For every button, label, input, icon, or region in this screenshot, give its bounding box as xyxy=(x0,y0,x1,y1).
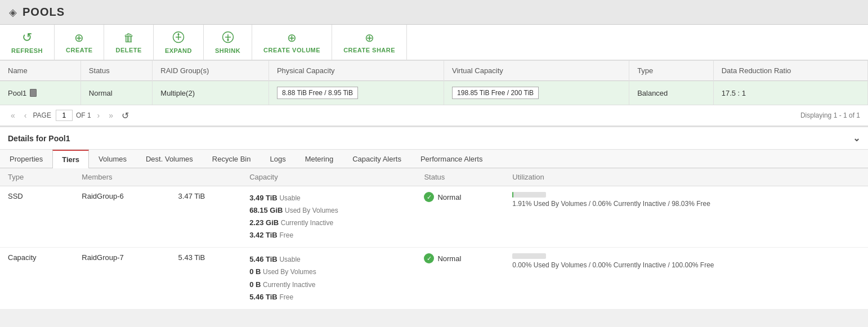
expand-label: EXPAND xyxy=(165,47,192,54)
toolbar: ↺ REFRESH ⊕ CREATE 🗑 DELETE EXPAND xyxy=(0,25,868,61)
tab-metering[interactable]: Metering xyxy=(296,150,343,168)
tab-properties[interactable]: Properties xyxy=(0,150,52,168)
details-title: Details for Pool1 xyxy=(8,134,70,143)
svg-marker-7 xyxy=(227,39,229,42)
display-count: Displaying 1 - 1 of 1 xyxy=(800,111,860,119)
tab-tiers[interactable]: Tiers xyxy=(52,150,89,168)
delete-button[interactable]: 🗑 DELETE xyxy=(104,25,153,60)
tab-performance-alerts[interactable]: Performance Alerts xyxy=(411,150,493,168)
refresh-button[interactable]: ↺ REFRESH xyxy=(0,25,55,60)
tab-volumes[interactable]: Volumes xyxy=(89,150,136,168)
tab-logs[interactable]: Logs xyxy=(260,150,295,168)
cell-type: Balanced xyxy=(629,81,714,105)
tier-col-status: Status xyxy=(416,168,504,186)
util-bar-container xyxy=(512,253,546,259)
tier-row[interactable]: Capacity RaidGroup-7 5.43 TiB 5.46 TiB U… xyxy=(0,248,868,309)
details-panel: Details for Pool1 ⌄ Properties Tiers Vol… xyxy=(0,126,868,310)
details-tabs: Properties Tiers Volumes Dest. Volumes R… xyxy=(0,150,868,168)
create-label: CREATE xyxy=(66,47,92,53)
tier-col-capacity: Capacity xyxy=(241,168,416,186)
physical-capacity-box: 8.88 TiB Free / 8.95 TiB xyxy=(277,87,358,99)
status-label: Normal xyxy=(437,254,461,263)
collapse-button[interactable]: ⌄ xyxy=(853,133,860,144)
util-text: 1.91% Used By Volumes / 0.06% Currently … xyxy=(512,200,860,208)
create-button[interactable]: ⊕ CREATE xyxy=(55,25,104,60)
delete-icon: 🗑 xyxy=(123,32,135,44)
tier-col-members: Members xyxy=(74,168,241,186)
col-status: Status xyxy=(80,61,152,81)
refresh-label: REFRESH xyxy=(11,47,43,54)
cell-name: Pool1 xyxy=(0,81,80,105)
col-physical: Physical Capacity xyxy=(269,61,444,81)
col-data-reduction: Data Reduction Ratio xyxy=(713,61,867,81)
next-page-button[interactable]: › xyxy=(95,110,103,121)
tier-type: Capacity xyxy=(0,248,74,309)
col-name: Name xyxy=(0,61,80,81)
col-virtual: Virtual Capacity xyxy=(444,61,629,81)
pools-table-container: Name Status RAID Group(s) Physical Capac… xyxy=(0,61,868,126)
last-page-button[interactable]: » xyxy=(106,110,116,121)
util-bar-fill xyxy=(512,192,513,198)
page-title: POOLS xyxy=(23,6,65,19)
shrink-button[interactable]: SHRINK xyxy=(204,25,252,60)
status-normal-icon: ✓ xyxy=(424,192,434,202)
tier-capacity: 5.46 TiB Usable 0 B Used By Volumes 0 B … xyxy=(241,248,416,309)
cell-virtual: 198.85 TiB Free / 200 TiB xyxy=(444,81,629,105)
pools-table: Name Status RAID Group(s) Physical Capac… xyxy=(0,61,868,105)
pagination-bar: « ‹ PAGE OF 1 › » ↺ Displaying 1 - 1 of … xyxy=(0,105,868,126)
tier-utilization: 1.91% Used By Volumes / 0.06% Currently … xyxy=(504,186,868,248)
create-volume-icon: ⊕ xyxy=(287,31,297,44)
tier-row[interactable]: SSD RaidGroup-6 3.47 TiB 3.49 TiB Usable… xyxy=(0,186,868,248)
details-header: Details for Pool1 ⌄ xyxy=(0,127,868,150)
tiers-table: Type Members Capacity Status Utilization… xyxy=(0,168,868,310)
status-normal-icon: ✓ xyxy=(424,253,434,263)
table-row[interactable]: Pool1 Normal Multiple(2) 8.88 TiB Free /… xyxy=(0,81,868,105)
first-page-button[interactable]: « xyxy=(8,110,18,121)
tier-status: ✓ Normal xyxy=(416,186,504,248)
page-header: ◈ POOLS xyxy=(0,0,868,25)
col-type: Type xyxy=(629,61,714,81)
col-raid: RAID Group(s) xyxy=(153,61,269,81)
tier-utilization: 0.00% Used By Volumes / 0.00% Currently … xyxy=(504,248,868,309)
cell-data-reduction: 17.5 : 1 xyxy=(713,81,867,105)
tier-member-size: 3.47 TiB xyxy=(171,186,242,248)
of-label: OF 1 xyxy=(76,111,91,119)
prev-page-button[interactable]: ‹ xyxy=(21,110,30,121)
tab-dest-volumes[interactable]: Dest. Volumes xyxy=(136,150,203,168)
tier-type: SSD xyxy=(0,186,74,248)
tiers-table-wrap: Type Members Capacity Status Utilization… xyxy=(0,168,868,310)
shrink-label: SHRINK xyxy=(215,47,240,54)
create-share-label: CREATE SHARE xyxy=(343,47,395,53)
page-input[interactable] xyxy=(56,110,73,121)
tier-capacity: 3.49 TiB Usable 68.15 GiB Used By Volume… xyxy=(241,186,416,248)
create-share-button[interactable]: ⊕ CREATE SHARE xyxy=(332,25,407,60)
cell-raid: Multiple(2) xyxy=(153,81,269,105)
cell-status: Normal xyxy=(80,81,152,105)
delete-label: DELETE xyxy=(115,47,141,53)
tier-member: RaidGroup-7 xyxy=(74,248,170,309)
tier-col-utilization: Utilization xyxy=(504,168,868,186)
expand-icon xyxy=(172,31,185,45)
pools-icon: ◈ xyxy=(9,6,17,19)
pool-name: Pool1 xyxy=(8,89,26,97)
tab-capacity-alerts[interactable]: Capacity Alerts xyxy=(343,150,411,168)
virtual-capacity-box: 198.85 TiB Free / 200 TiB xyxy=(452,87,539,99)
status-label: Normal xyxy=(437,193,461,201)
create-share-icon: ⊕ xyxy=(365,31,374,44)
util-bar-container xyxy=(512,192,546,198)
create-volume-button[interactable]: ⊕ CREATE VOLUME xyxy=(252,25,332,60)
tier-member: RaidGroup-6 xyxy=(74,186,170,248)
tier-member-size: 5.43 TiB xyxy=(171,248,242,309)
tier-status: ✓ Normal xyxy=(416,248,504,309)
pagination-refresh-button[interactable]: ↺ xyxy=(122,110,129,121)
svg-marker-3 xyxy=(177,33,180,35)
storage-device-icon xyxy=(30,89,37,97)
expand-button[interactable]: EXPAND xyxy=(154,25,204,60)
tab-recycle-bin[interactable]: Recycle Bin xyxy=(203,150,261,168)
create-icon: ⊕ xyxy=(74,31,84,44)
create-volume-label: CREATE VOLUME xyxy=(263,47,320,53)
tier-col-type: Type xyxy=(0,168,74,186)
util-text: 0.00% Used By Volumes / 0.00% Currently … xyxy=(512,261,860,269)
refresh-icon: ↺ xyxy=(22,30,32,45)
page-label: PAGE xyxy=(33,111,51,119)
